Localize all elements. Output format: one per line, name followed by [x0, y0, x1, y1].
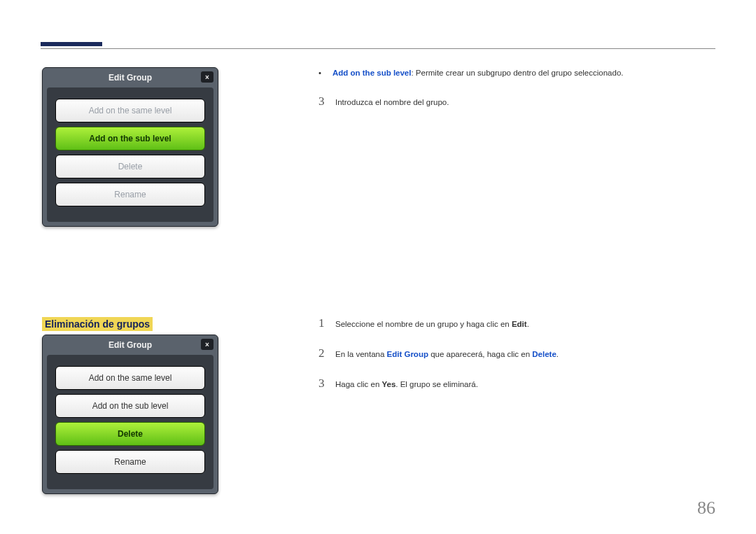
- rename-button[interactable]: Rename: [55, 183, 205, 206]
- dialog-titlebar: Edit Group ×: [43, 335, 218, 355]
- step-text: En la ventana Edit Group que aparecerá, …: [335, 348, 559, 360]
- step-text: Haga clic en Yes. El grupo se eliminará.: [335, 378, 478, 391]
- dialog-body: Add on the same level Add on the sub lev…: [47, 87, 214, 222]
- step-3: 3 Introduzca el nombre del grupo.: [318, 92, 714, 111]
- edit-group-dialog-sublevel: Edit Group × Add on the same level Add o…: [42, 67, 218, 227]
- term-edit: Edit: [512, 320, 527, 328]
- instructions-block-2: 1 Seleccione el nombre de un grupo y hag…: [318, 314, 714, 405]
- term-edit-group: Edit Group: [387, 350, 428, 358]
- add-sub-level-button[interactable]: Add on the sub level: [55, 127, 205, 150]
- delete-button[interactable]: Delete: [55, 155, 205, 178]
- text-fragment: Haga clic en: [335, 380, 382, 388]
- add-same-level-button[interactable]: Add on the same level: [55, 366, 205, 390]
- text-fragment: que aparecerá, haga clic en: [428, 350, 532, 358]
- term-yes: Yes: [382, 380, 396, 388]
- step-text: Introduzca el nombre del grupo.: [335, 96, 449, 108]
- dialog-title: Edit Group: [108, 340, 152, 350]
- bullet-description: : Permite crear un subgrupo dentro del g…: [411, 69, 623, 77]
- rename-button[interactable]: Rename: [55, 450, 205, 474]
- step-number: 1: [318, 314, 335, 332]
- close-icon[interactable]: ×: [201, 339, 214, 350]
- delete-button[interactable]: Delete: [55, 422, 205, 446]
- add-sub-level-button[interactable]: Add on the sub level: [55, 394, 205, 418]
- header-divider: [41, 48, 715, 49]
- step-text: Seleccione el nombre de un grupo y haga …: [335, 318, 529, 330]
- edit-group-dialog-delete: Edit Group × Add on the same level Add o…: [42, 335, 218, 494]
- step-2: 2 En la ventana Edit Group que aparecerá…: [318, 344, 714, 363]
- step-number: 3: [318, 92, 335, 111]
- step-number: 3: [318, 374, 335, 393]
- bullet-item: • Add on the sub level: Permite crear un…: [318, 67, 714, 79]
- text-fragment: Seleccione el nombre de un grupo y haga …: [335, 320, 512, 328]
- term-delete: Delete: [532, 350, 556, 358]
- text-fragment: En la ventana: [335, 350, 387, 358]
- term-add-sub-level: Add on the sub level: [332, 69, 411, 77]
- step-3: 3 Haga clic en Yes. El grupo se eliminar…: [318, 374, 714, 393]
- text-fragment: .: [527, 320, 529, 328]
- step-1: 1 Seleccione el nombre de un grupo y hag…: [318, 314, 714, 332]
- dialog-body: Add on the same level Add on the sub lev…: [47, 355, 214, 489]
- section-heading: Eliminación de grupos: [42, 317, 153, 331]
- close-icon[interactable]: ×: [201, 71, 214, 83]
- instructions-block-1: • Add on the sub level: Permite crear un…: [318, 67, 714, 122]
- dialog-title: Edit Group: [108, 73, 152, 83]
- bullet-text: Add on the sub level: Permite crear un s…: [332, 67, 623, 79]
- dialog-titlebar: Edit Group ×: [43, 68, 218, 87]
- page-number: 86: [697, 498, 715, 519]
- text-fragment: . El grupo se eliminará.: [396, 380, 478, 388]
- bullet-icon: •: [318, 67, 332, 79]
- header-accent: [41, 42, 102, 46]
- step-number: 2: [318, 344, 335, 363]
- add-same-level-button[interactable]: Add on the same level: [55, 99, 205, 122]
- text-fragment: .: [556, 350, 559, 358]
